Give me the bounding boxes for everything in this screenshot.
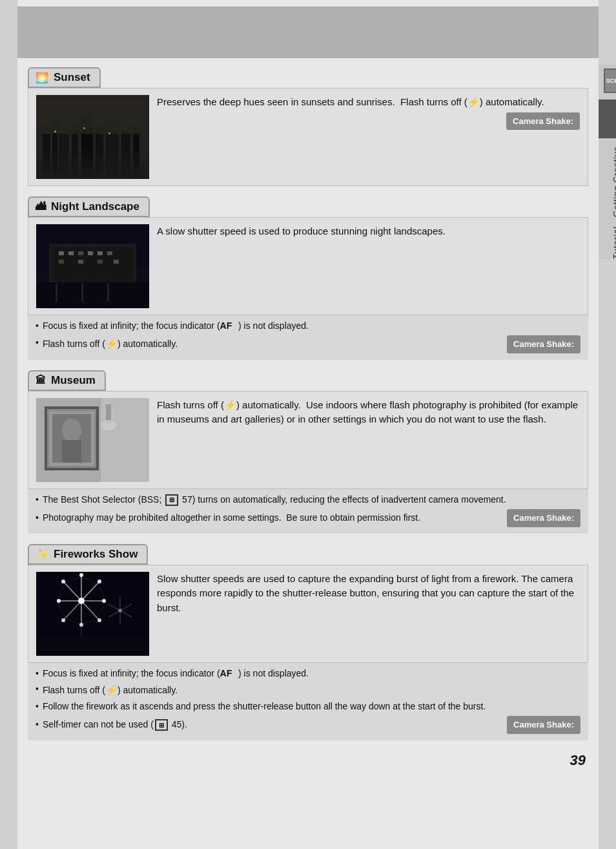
svg-rect-63 xyxy=(36,636,149,656)
svg-rect-32 xyxy=(107,284,109,302)
svg-rect-11 xyxy=(36,95,149,134)
bullet1: • xyxy=(36,319,39,333)
museum-note2-text: Photography may be prohibited altogether… xyxy=(43,511,503,525)
bullet2: • xyxy=(36,336,39,351)
svg-rect-12 xyxy=(54,131,56,132)
sunset-icon: 🌅 xyxy=(36,72,48,84)
svg-rect-19 xyxy=(59,251,64,255)
sunset-title-box: 🌅 Sunset xyxy=(28,67,101,88)
night-landscape-notes: • Focus is fixed at infinity; the focus … xyxy=(28,315,588,360)
svg-point-70 xyxy=(118,609,122,613)
night-landscape-note2: • Flash turns off (⚡) automatically. xyxy=(36,336,503,351)
sidebar-label: Tutorial—Getting Creative xyxy=(611,146,617,259)
fw-bullet2: • xyxy=(36,682,39,698)
fireworks-notes: • Focus is fixed at infinity; the focus … xyxy=(28,663,588,740)
fireworks-note4-row: • Self-timer can not be used (⊞ 45). Cam… xyxy=(36,716,580,734)
museum-title-box: 🏛 Museum xyxy=(28,370,106,391)
night-landscape-text: A slow shutter speed is used to produce … xyxy=(157,224,580,308)
sunset-camera-shake: Camera Shake: xyxy=(506,112,580,131)
night-landscape-note2-row: • Flash turns off (⚡) automatically. Cam… xyxy=(36,335,580,353)
svg-point-61 xyxy=(78,598,85,604)
fireworks-camera-shake: Camera Shake: xyxy=(507,716,580,734)
svg-rect-9 xyxy=(121,131,130,179)
fireworks-text: Slow shutter speeds are used to capture … xyxy=(157,572,580,656)
fireworks-title-box: ✨ Fireworks Show xyxy=(28,544,148,565)
museum-bullet2: • xyxy=(36,511,39,525)
fw-note4-text: Self-timer can not be used (⊞ 45). xyxy=(43,718,503,732)
sunset-section: 🌅 Sunset xyxy=(28,67,588,186)
night-landscape-content: A slow shutter speed is used to produce … xyxy=(28,217,588,315)
svg-rect-29 xyxy=(36,282,149,308)
museum-title: Museum xyxy=(51,374,96,387)
svg-rect-4 xyxy=(59,131,68,179)
fw-bullet1: • xyxy=(36,667,39,681)
night-landscape-title-box: 🏙 Night Landscape xyxy=(28,196,150,217)
fireworks-image xyxy=(36,572,149,656)
sunset-text: Preserves the deep hues seen in sunsets … xyxy=(157,95,580,179)
page-wrapper: SCENE Tutorial—Getting Creative 🌅 Sunset xyxy=(17,0,599,849)
svg-point-60 xyxy=(61,580,65,583)
museum-icon: 🏛 xyxy=(36,375,46,386)
sunset-description: Preserves the deep hues seen in sunsets … xyxy=(157,95,580,110)
night-landscape-icon: 🏙 xyxy=(36,201,46,213)
fw-note2-text: Flash turns off (⚡) automatically. xyxy=(43,682,580,698)
museum-image xyxy=(36,398,149,482)
museum-camera-shake: Camera Shake: xyxy=(507,509,580,527)
fireworks-icon: ✨ xyxy=(36,548,48,560)
svg-point-54 xyxy=(98,580,101,583)
sunset-title: Sunset xyxy=(54,71,90,84)
night-landscape-description: A slow shutter speed is used to produce … xyxy=(157,224,580,239)
night-landscape-camera-shake: Camera Shake: xyxy=(507,335,580,353)
museum-bullet1: • xyxy=(36,493,39,507)
svg-point-37 xyxy=(62,419,81,442)
fireworks-svg xyxy=(36,572,149,656)
svg-rect-23 xyxy=(98,251,103,255)
svg-rect-7 xyxy=(96,127,103,179)
museum-text: Flash turns off (⚡) automatically. Use i… xyxy=(157,398,580,482)
svg-rect-31 xyxy=(81,284,83,302)
top-bar xyxy=(17,6,599,58)
svg-rect-27 xyxy=(98,260,103,264)
sunset-content: Preserves the deep hues seen in sunsets … xyxy=(28,88,588,186)
museum-description: Flash turns off (⚡) automatically. Use i… xyxy=(157,398,580,427)
svg-rect-20 xyxy=(68,251,74,255)
fireworks-note2: • Flash turns off (⚡) automatically. xyxy=(36,682,580,698)
museum-content: Flash turns off (⚡) automatically. Use i… xyxy=(28,391,588,489)
svg-point-55 xyxy=(102,599,106,603)
sunset-shake-row: Camera Shake: xyxy=(157,112,580,131)
note1-text: Focus is fixed at infinity; the focus in… xyxy=(43,319,580,333)
fireworks-title: Fireworks Show xyxy=(54,548,138,561)
fw-bullet4: • xyxy=(36,718,39,732)
night-landscape-inner: A slow shutter speed is used to produce … xyxy=(36,224,580,308)
sunset-image xyxy=(36,95,149,179)
museum-note1: • The Best Shot Selector (BSS; ⊞ 57) tur… xyxy=(36,493,580,507)
museum-svg xyxy=(36,398,149,482)
svg-rect-26 xyxy=(78,260,83,264)
museum-notes: • The Best Shot Selector (BSS; ⊞ 57) tur… xyxy=(28,489,588,534)
museum-note1-text: The Best Shot Selector (BSS; ⊞ 57) turns… xyxy=(43,493,580,507)
sidebar-tab: SCENE Tutorial—Getting Creative xyxy=(599,65,616,259)
fireworks-content: Slow shutter speeds are used to capture … xyxy=(28,565,588,663)
fw-bullet3: • xyxy=(36,700,39,714)
sunset-svg xyxy=(36,95,149,179)
night-landscape-title: Night Landscape xyxy=(51,200,139,213)
svg-rect-24 xyxy=(107,251,112,255)
fw-note1-text: Focus is fixed at infinity; the focus in… xyxy=(43,667,580,681)
scene-icon: SCENE xyxy=(604,68,616,93)
svg-rect-28 xyxy=(114,260,119,264)
fireworks-description: Slow shutter speeds are used to capture … xyxy=(157,572,580,616)
museum-note2-row: • Photography may be prohibited altogeth… xyxy=(36,509,580,527)
svg-rect-2 xyxy=(43,127,50,179)
museum-section: 🏛 Museum xyxy=(28,370,588,534)
fireworks-note4: • Self-timer can not be used (⊞ 45). xyxy=(36,718,503,732)
night-landscape-note1: • Focus is fixed at infinity; the focus … xyxy=(36,319,580,333)
sidebar-dark-bar xyxy=(599,100,616,138)
svg-rect-38 xyxy=(62,440,81,463)
svg-point-53 xyxy=(79,573,83,577)
svg-rect-25 xyxy=(59,260,64,264)
museum-note2: • Photography may be prohibited altogeth… xyxy=(36,511,503,525)
fireworks-section: ✨ Fireworks Show xyxy=(28,544,588,740)
svg-rect-21 xyxy=(78,251,83,255)
svg-point-59 xyxy=(57,599,61,603)
fw-note3-text: Follow the firework as it ascends and pr… xyxy=(43,700,580,714)
